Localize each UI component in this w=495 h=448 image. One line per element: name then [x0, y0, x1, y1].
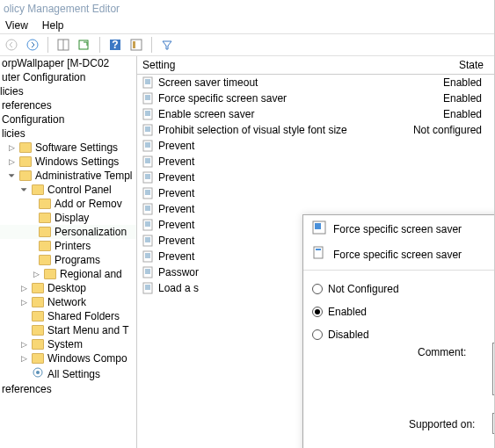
setting-row[interactable]: Prevent [137, 170, 494, 185]
tree-pane: orpWallpaper [M-DC02 uter Configuration … [0, 56, 137, 448]
folder-icon [32, 283, 44, 293]
menu-bar: View Help [0, 18, 494, 34]
back-icon[interactable] [4, 37, 19, 53]
setting-label: Screen saver timeout [158, 76, 394, 89]
radio-label: Enabled [328, 306, 367, 318]
tree-printers[interactable]: Printers [0, 239, 136, 253]
tree-control-panel[interactable]: ⏷Control Panel [0, 183, 136, 197]
radio-label: Disabled [328, 329, 369, 341]
svg-rect-23 [143, 125, 152, 135]
setting-icon [141, 155, 155, 169]
folder-icon [19, 156, 32, 167]
tree-preferences2[interactable]: references [0, 382, 136, 396]
svg-point-1 [27, 40, 38, 50]
tree-admin-templates[interactable]: ⏷Administrative Templ [0, 169, 136, 183]
tree-computer-config[interactable]: uter Configuration [0, 70, 136, 84]
tree-policies2[interactable]: licies [0, 126, 136, 141]
folder-icon [32, 297, 44, 307]
dialog-subtitle: Force specific screen saver [333, 249, 462, 261]
setting-icon [141, 186, 155, 200]
dialog-title: Force specific screen saver [333, 223, 462, 235]
radio-icon [312, 307, 323, 317]
setting-icon [141, 76, 155, 90]
setting-icon [141, 202, 155, 216]
forward-icon[interactable] [25, 37, 40, 53]
chevron-right-icon: ▷ [19, 340, 28, 349]
col-state[interactable]: State [397, 56, 494, 74]
svg-rect-39 [143, 188, 152, 199]
dialog-subtitle-row: Force specific screen saver [303, 242, 495, 271]
tree-regional[interactable]: ▷Regional and [0, 267, 136, 281]
tree-programs[interactable]: Programs [0, 253, 136, 267]
radio-icon [312, 284, 323, 294]
tree-add-remove[interactable]: Add or Remov [0, 197, 136, 211]
tree-desktop[interactable]: ▷Desktop [0, 281, 136, 295]
setting-label: Prohibit selection of visual style font … [158, 124, 394, 136]
tree-root[interactable]: orpWallpaper [M-DC02 [0, 56, 136, 70]
menu-view[interactable]: View [5, 19, 28, 32]
setting-icon [141, 170, 155, 184]
setting-state: Enabled [394, 92, 491, 105]
chevron-down-icon: ⏷ [7, 171, 16, 180]
setting-row[interactable]: Screen saver timeoutEnabled [137, 75, 494, 90]
tree-windows[interactable]: ▷Windows Settings [0, 155, 136, 169]
policy-icon [312, 220, 326, 237]
setting-row[interactable]: Prevent [137, 138, 494, 154]
tree-software[interactable]: ▷Software Settings [0, 141, 136, 155]
separator [47, 37, 48, 53]
help-icon[interactable]: ? [107, 37, 123, 53]
setting-row[interactable]: Prohibit selection of visual style font … [137, 122, 494, 138]
chevron-right-icon: ▷ [32, 270, 40, 278]
folder-icon [32, 184, 44, 195]
svg-rect-59 [143, 267, 152, 278]
setting-row[interactable]: Prevent [137, 154, 494, 170]
menu-help[interactable]: Help [42, 19, 64, 32]
svg-text:?: ? [112, 39, 118, 51]
tree-network[interactable]: ▷Network [0, 295, 136, 309]
svg-rect-19 [143, 109, 152, 119]
tree-personalization[interactable]: Personalization [0, 225, 136, 239]
radio-disabled[interactable]: Disabled [312, 329, 495, 341]
layout-icon[interactable] [128, 37, 144, 53]
svg-rect-69 [314, 247, 323, 258]
setting-row[interactable]: Enable screen saverEnabled [137, 106, 494, 122]
radio-not-configured[interactable]: Not Configured [312, 283, 495, 295]
tree-shared[interactable]: Shared Folders [0, 309, 136, 323]
tree-start-menu[interactable]: Start Menu and T [0, 323, 136, 337]
tree-configuration[interactable]: Configuration [0, 112, 136, 126]
list-pane: Setting State Screen saver timeoutEnable… [137, 56, 494, 448]
folder-icon [44, 269, 56, 279]
svg-rect-31 [143, 156, 152, 167]
folder-icon [39, 213, 51, 223]
tree-win-comp[interactable]: ▷Windows Compo [0, 351, 136, 365]
radio-icon [312, 329, 323, 340]
filter-icon[interactable] [159, 37, 175, 53]
setting-label: Prevent [158, 203, 394, 215]
export-icon[interactable] [76, 37, 92, 53]
chevron-right-icon: ▷ [19, 284, 28, 293]
tree-all-settings[interactable]: All Settings [0, 365, 136, 382]
setting-label: Prevent [158, 155, 394, 168]
col-setting[interactable]: Setting [137, 56, 397, 74]
show-icon[interactable] [55, 37, 71, 53]
tree-policies[interactable]: licies [0, 84, 136, 98]
setting-row[interactable]: Force specific screen saverEnabled [137, 90, 494, 106]
folder-icon [32, 339, 44, 350]
svg-rect-43 [143, 204, 152, 214]
folder-icon [39, 227, 51, 237]
folder-icon [39, 241, 51, 251]
tree-system[interactable]: ▷System [0, 337, 136, 351]
svg-rect-35 [143, 172, 152, 183]
svg-rect-47 [143, 220, 152, 230]
tree-display[interactable]: Display [0, 211, 136, 225]
tree-preferences[interactable]: references [0, 98, 136, 112]
dialog-title-row: Force specific screen saver [303, 215, 495, 242]
folder-icon [32, 325, 44, 336]
setting-label: Prevent [158, 187, 394, 199]
radio-enabled[interactable]: Enabled [312, 306, 495, 318]
setting-state: Not configured [394, 124, 491, 136]
svg-rect-51 [143, 235, 152, 246]
policy-page-icon [312, 246, 326, 263]
setting-row[interactable]: Prevent [137, 185, 494, 201]
folder-icon [32, 311, 44, 322]
